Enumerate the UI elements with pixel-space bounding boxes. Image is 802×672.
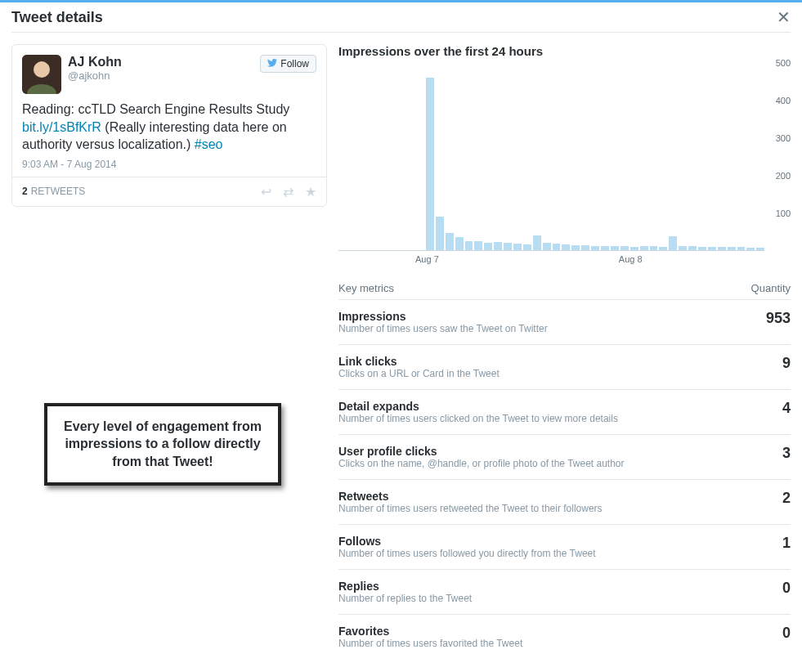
- chart-bar: [581, 245, 589, 250]
- metric-value: 1: [782, 535, 791, 552]
- chart-bar: [446, 233, 454, 250]
- reply-icon[interactable]: ↩: [261, 184, 271, 199]
- metric-desc: Clicks on a URL or Card in the Tweet: [338, 368, 774, 379]
- chart-bar: [708, 247, 716, 250]
- chart-bar: [659, 247, 667, 250]
- chart-bar: [640, 246, 648, 250]
- author-name[interactable]: AJ Kohn: [68, 55, 260, 69]
- metric-row: Link clicksClicks on a URL or Card in th…: [338, 345, 791, 390]
- chart-bar: [553, 244, 561, 250]
- metric-desc: Number of times users saw the Tweet on T…: [338, 323, 758, 334]
- metric-name: User profile clicks: [338, 445, 774, 458]
- metric-value: 953: [766, 310, 791, 327]
- follow-label: Follow: [280, 58, 309, 69]
- tweet-text: Reading: ccTLD Search Engine Results Stu…: [12, 97, 326, 159]
- chart-bar: [591, 246, 599, 250]
- chart-bar: [436, 217, 444, 250]
- metric-desc: Number of times users followed you direc…: [338, 548, 774, 559]
- chart-bar: [562, 244, 570, 250]
- metric-name: Follows: [338, 535, 774, 548]
- author-handle[interactable]: @ajkohn: [68, 69, 260, 82]
- chart-bar: [465, 241, 473, 250]
- chart-bar: [718, 247, 726, 250]
- svg-point-1: [34, 61, 50, 78]
- metric-name: Impressions: [338, 310, 758, 323]
- chart-bar: [698, 247, 706, 250]
- metric-row: FavoritesNumber of times users favorited…: [338, 615, 791, 659]
- metric-name: Favorites: [338, 625, 774, 638]
- chart-bar: [650, 246, 658, 250]
- metrics-header-right: Quantity: [751, 282, 791, 294]
- twitter-bird-icon: [267, 58, 277, 69]
- metric-value: 3: [782, 445, 791, 462]
- chart-bar: [737, 247, 746, 250]
- metric-desc: Number of times users favorited the Twee…: [338, 638, 774, 649]
- y-tick-label: 400: [776, 96, 791, 105]
- metric-value: 0: [782, 625, 791, 642]
- tweet-link[interactable]: bit.ly/1sBfKrR: [22, 120, 101, 134]
- chart-bar: [601, 246, 609, 250]
- metric-row: RetweetsNumber of times users retweeted …: [338, 480, 791, 525]
- metric-desc: Clicks on the name, @handle, or profile …: [338, 458, 774, 469]
- metric-name: Retweets: [338, 490, 774, 503]
- chart-bar: [571, 245, 580, 250]
- impressions-chart: 100200300400500: [338, 63, 791, 251]
- metric-name: Detail expands: [338, 400, 774, 413]
- chart-bar: [494, 242, 502, 250]
- follow-button[interactable]: Follow: [260, 55, 316, 73]
- metric-value: 0: [782, 580, 791, 597]
- chart-bar: [523, 244, 531, 250]
- retweet-count[interactable]: 2RETWEETS: [22, 186, 85, 197]
- chart-bar: [756, 248, 764, 250]
- metrics-header-left: Key metrics: [338, 282, 394, 294]
- metric-value: 9: [782, 355, 791, 372]
- y-tick-label: 500: [776, 58, 791, 68]
- chart-bar: [679, 246, 687, 250]
- chart-bar: [533, 235, 541, 250]
- y-tick-label: 300: [776, 133, 791, 143]
- chart-bar: [611, 246, 619, 250]
- x-tick-label: Aug 7: [415, 254, 439, 264]
- avatar[interactable]: [22, 55, 61, 94]
- metric-row: FollowsNumber of times users followed yo…: [338, 525, 791, 570]
- metric-name: Replies: [338, 580, 774, 593]
- chart-bar: [630, 247, 638, 250]
- metric-name: Link clicks: [338, 355, 774, 368]
- metric-desc: Number of times users retweeted the Twee…: [338, 503, 774, 514]
- y-tick-label: 200: [776, 171, 791, 181]
- chart-bar: [513, 244, 522, 250]
- chart-bar: [746, 248, 755, 250]
- metric-desc: Number of times users clicked on the Twe…: [338, 413, 774, 424]
- metric-row: User profile clicksClicks on the name, @…: [338, 435, 791, 480]
- metric-desc: Number of replies to the Tweet: [338, 593, 774, 604]
- x-tick-label: Aug 8: [619, 254, 643, 264]
- tweet-timestamp: 9:03 AM - 7 Aug 2014: [12, 159, 326, 177]
- metric-row: Detail expandsNumber of times users clic…: [338, 390, 791, 435]
- chart-bar: [455, 237, 464, 250]
- close-icon[interactable]: ✕: [777, 7, 791, 27]
- chart-bar: [426, 78, 434, 250]
- y-tick-label: 100: [776, 208, 791, 218]
- chart-bar: [669, 236, 677, 250]
- chart-bar: [621, 246, 629, 250]
- metric-value: 4: [782, 400, 791, 417]
- chart-bar: [474, 241, 482, 250]
- chart-bar: [728, 247, 736, 250]
- favorite-icon[interactable]: ★: [305, 184, 316, 199]
- tweet-hashtag[interactable]: #seo: [195, 137, 223, 151]
- tweet-card: AJ Kohn @ajkohn Follow Reading: ccTLD Se…: [11, 44, 327, 207]
- chart-bar: [504, 243, 512, 250]
- metric-row: RepliesNumber of replies to the Tweet0: [338, 570, 791, 615]
- metric-value: 2: [782, 490, 791, 507]
- chart-bar: [543, 243, 551, 250]
- metric-row: ImpressionsNumber of times users saw the…: [338, 300, 791, 345]
- retweet-icon[interactable]: ⇄: [283, 184, 293, 199]
- chart-title: Impressions over the first 24 hours: [338, 44, 791, 58]
- page-title: Tweet details: [11, 9, 103, 26]
- callout-annotation: Every level of engagement from impressio…: [44, 403, 281, 486]
- chart-bar: [688, 246, 697, 250]
- chart-bar: [484, 243, 492, 250]
